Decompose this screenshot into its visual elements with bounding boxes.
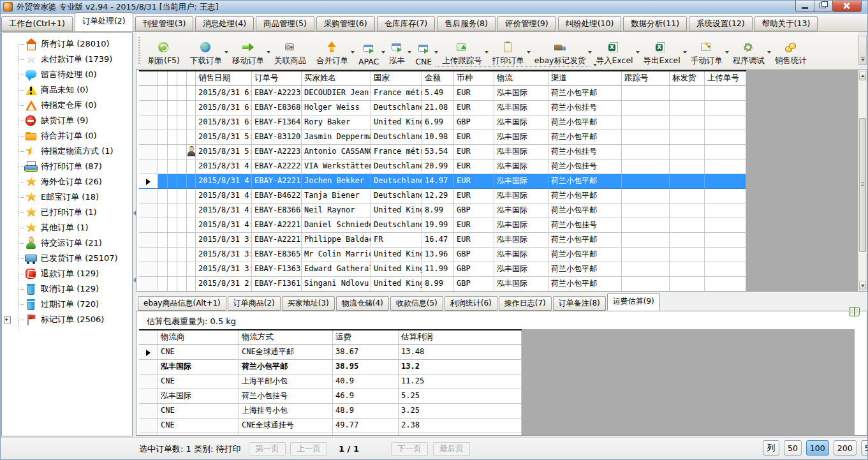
import-excel-button[interactable]: 导入Excel [591,34,637,68]
window-title: 外贸管家婆 专业版 v2.94 - 2015/8/31 [当前用户: 王志] [17,2,219,13]
sidebar-item[interactable]: 海外仓订单 (26) [2,174,132,189]
sidebar-item[interactable]: 待合并订单 (0) [2,128,132,144]
freight-option-row[interactable]: CNECNE全球通挂号49.772.38 [139,419,522,433]
upload-tracking-button[interactable]: 上传跟踪号 [438,34,487,68]
sidebar-item[interactable]: 所有订单 (28010) [2,36,132,52]
order-row[interactable]: 2015/8/31 4:46EBAY-A22219Jochen BekkerDe… [139,174,746,189]
menu-tab[interactable]: 评价管理(9) [497,16,556,31]
page-size-button[interactable]: 200 [834,440,857,456]
scrollbar-thumb[interactable] [859,118,866,252]
apac-button[interactable]: APAC [354,34,383,68]
sidebar-item[interactable]: 待指定物流方式 (1) [2,144,132,159]
last-page-button[interactable]: 最后页 [433,442,470,456]
order-row[interactable]: 2015/8/31 3:30EBAY-E8365Mr Colin Marriot… [139,248,746,262]
detail-tab[interactable]: 操作日志(7) [499,296,552,311]
order-row[interactable]: 2015/8/31 5:47EBAY-A22234Antonio CASSANO… [139,145,746,160]
freight-option-row[interactable]: CNE上海挂号小包48.93.25 [139,404,522,419]
menu-tab[interactable]: 工作台(Ctrl+1) [1,16,73,31]
detail-tab[interactable]: 运费估算(9) [607,293,660,311]
freight-option-row[interactable]: 泓丰国际荷兰小包挂号46.95.25 [139,389,522,404]
ebay-mark-shipped-button[interactable]: ebay标记发货 [530,34,591,68]
page-size-button[interactable]: 100 [806,440,829,456]
menu-tab[interactable]: 仓库库存(7) [377,16,436,31]
refresh-icon [158,41,170,54]
order-row[interactable]: 2015/8/31 6:08EBAY-F1364Rory BakerUnited… [139,115,746,130]
freight-option-row[interactable]: CNECNE全球通平邮38.6713.48 [139,345,522,360]
minimize-button[interactable] [795,0,814,12]
freight-option-row[interactable]: 泓丰国际荷兰小包平邮38.9513.2 [139,360,522,375]
sidebar-item[interactable]: 未付款订单 (1739) [2,52,132,67]
sidebar-item[interactable]: E邮宝订单 (18) [2,189,132,205]
menu-tab[interactable]: 售后服务(8) [437,16,496,31]
merge-orders-button[interactable]: 合并订单 [312,34,353,68]
detail-tab[interactable]: 订单商品(2) [228,296,281,311]
detail-tab[interactable]: 订单备注(8) [553,296,606,311]
sidebar-item[interactable]: 标记订单 (2506) [2,312,132,327]
print-orders-button[interactable]: 打印订单 [488,34,529,68]
page-size-button[interactable]: 500 [861,440,868,456]
book-icon[interactable] [849,307,860,316]
order-row[interactable]: 2015/8/31 4:11EBAY-E8366Neil RaynorUnite… [139,204,746,218]
sidebar-item[interactable]: 缺货订单 (9) [2,113,132,128]
menu-tab[interactable]: 订单处理(2) [75,12,133,31]
order-row[interactable]: 2015/8/31 4:53EBAY-A22220VIA Werkstätten… [139,160,746,174]
debug-button[interactable]: 程序调试 [728,34,769,68]
detail-tab[interactable]: 物流仓储(4) [336,296,389,311]
menu-tab[interactable]: 纠纷处理(10) [558,16,622,31]
sidebar-item[interactable]: 待打印订单 (87) [2,159,132,174]
next-page-button[interactable]: 下一页 [391,442,428,456]
order-row[interactable]: 2015/8/31 2:55EBAY-F1361Singani NdlovuUn… [139,277,746,291]
sidebar-item[interactable]: 待指定仓库 (0) [2,98,132,113]
prev-page-button[interactable]: 上一页 [290,442,327,456]
menu-tab[interactable]: 采购管理(6) [316,16,375,31]
sales-stats-button[interactable]: 销售统计 [770,34,811,68]
detail-tab[interactable]: 收款信息(5) [390,296,443,311]
toolbar-overflow-button[interactable] [858,36,867,65]
first-page-button[interactable]: 第一页 [249,442,286,456]
orders-vertical-scrollbar[interactable] [858,70,867,291]
scroll-up-icon[interactable] [859,71,866,80]
sidebar-item[interactable]: 已打印订单 (1) [2,205,132,220]
freight-option-row[interactable]: CNE上海平邮小包40.911.25 [139,375,522,389]
hongfeng-button[interactable]: 泓丰 [385,34,409,68]
sidebar-item[interactable]: 待交运订单 (21) [2,235,132,251]
order-row[interactable]: 2015/8/31 6:28EBAY-E8368Holger WeissDeut… [139,101,746,115]
menu-tab[interactable]: 帮助关于(13) [754,16,818,31]
menu-tab[interactable]: 消息处理(4) [195,16,254,31]
upload-no-cell [705,86,746,101]
download-orders-button[interactable]: 下载订单 [186,34,226,68]
page-size-button[interactable]: 50 [784,440,802,456]
detail-tab[interactable]: 买家地址(3) [282,296,335,311]
tree-expander-icon[interactable] [4,316,11,323]
order-row[interactable]: 2015/8/31 5:59EBAY-83120...Jasmin Depper… [139,130,746,145]
scroll-down-icon[interactable] [859,281,866,290]
sidebar-item[interactable]: 留言待处理 (0) [2,67,132,82]
column-settings-button[interactable]: 列 [763,440,779,456]
sidebar-item[interactable]: 已发货订单 (25107) [2,251,132,266]
maximize-button[interactable] [814,0,833,12]
cne-button[interactable]: CNE [411,34,436,68]
menu-tab[interactable]: 系统设置(12) [689,16,753,31]
order-row[interactable]: 2015/8/31 3:18EBAY-F1363Edward GatheralU… [139,262,746,277]
refresh-button[interactable]: 刷新(F5) [143,34,184,68]
sidebar-item[interactable]: 过期订单 (720) [2,297,132,312]
order-row[interactable]: 2015/8/31 3:53EBAY-A22217Philippe Baldac… [139,233,746,248]
menu-tab[interactable]: 商品管理(5) [256,16,314,31]
sidebar-item[interactable]: 取消订单 (129) [2,281,132,297]
detail-tab[interactable]: ebay商品信息(Alt+1) [138,296,226,311]
menu-tab[interactable]: 刊登管理(3) [135,16,194,31]
detail-tab[interactable]: 利润统计(6) [445,296,497,311]
sidebar-item[interactable]: 退款订单 (129) [2,266,132,281]
manual-order-button[interactable]: 手动订单 [686,34,727,68]
order-row[interactable]: 2015/8/31 4:16EBAY-B4622Tanja BienerDeut… [139,189,746,204]
sidebar-item[interactable]: 其他订单 (1) [2,220,132,235]
menu-tab[interactable]: 数据分析(11) [623,16,687,31]
link-products-button[interactable]: 关联商品 [270,34,311,68]
sidebar-item[interactable]: 商品未知 (0) [2,82,132,98]
order-row[interactable]: 2015/8/31 6:37EBAY-A22236DECOUDIER Jean-… [139,86,746,101]
close-button[interactable] [832,0,862,12]
export-excel-button[interactable]: 导出Excel [639,34,685,68]
status-cell [177,174,187,189]
order-row[interactable]: 2015/8/31 4:00EBAY-A22218Daniel Schniede… [139,218,746,233]
move-orders-button[interactable]: 移动订单 [228,34,268,68]
